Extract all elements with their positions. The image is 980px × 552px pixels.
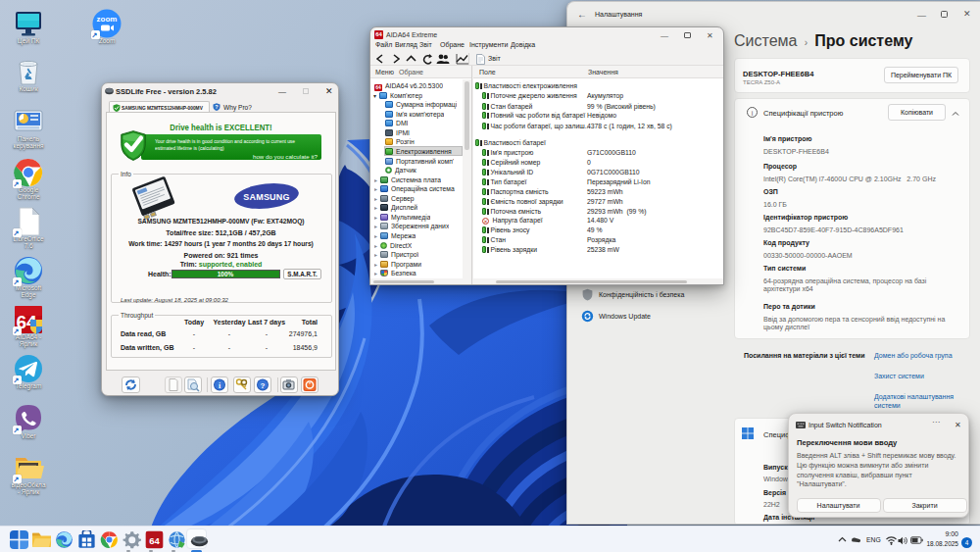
svg-text:64: 64 bbox=[149, 535, 160, 546]
svg-text:SAMSUNG: SAMSUNG bbox=[243, 192, 289, 202]
svg-text:?: ? bbox=[261, 381, 266, 390]
svg-text:zoom: zoom bbox=[97, 15, 118, 24]
